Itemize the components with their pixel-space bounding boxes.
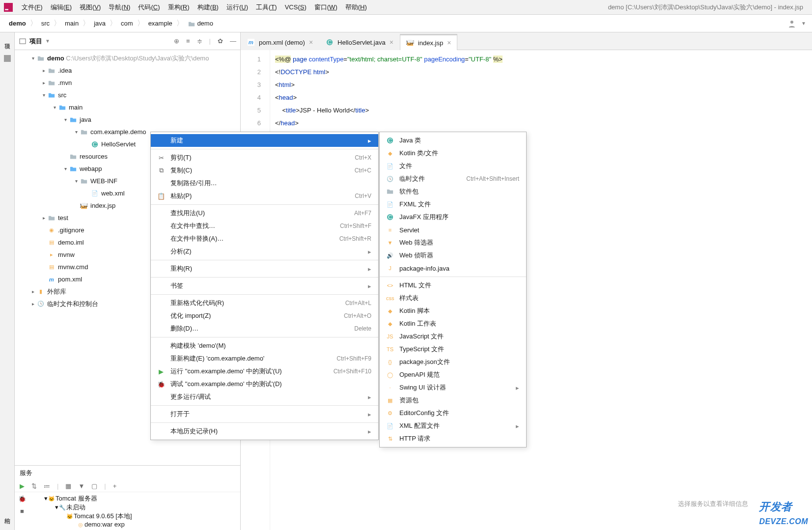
new-submenu[interactable]: Java 类◆Kotlin 类/文件📄文件🕓临时文件Ctrl+Alt+Shift… [379,132,527,447]
menu-编辑[interactable]: 编辑(E) [47,1,76,13]
ctx-分析(Z)[interactable]: 分析(Z)▸ [151,245,378,258]
new-Servlet[interactable]: ≡Servlet [380,223,526,236]
crumb-java[interactable]: java [91,19,109,28]
tree-node-main[interactable]: ▾main [15,101,240,113]
menu-重构[interactable]: 重构(R) [164,1,194,13]
tree-node-.idea[interactable]: ▸.idea [15,64,240,77]
bug-icon[interactable]: 🐞 [18,495,26,502]
ctx-重构(R)[interactable]: 重构(R)▸ [151,262,378,275]
ctx-重新构建(E) 'com.example.demo'[interactable]: 重新构建(E) 'com.example.demo'Ctrl+Shift+F9 [151,352,378,365]
ctx-构建模块 'demo'(M)[interactable]: 构建模块 'demo'(M) [151,339,378,352]
tree-node-java[interactable]: ▾java [15,113,240,126]
flat-view-icon[interactable]: ≔ [44,482,50,490]
ctx-在文件中查找…[interactable]: 在文件中查找…Ctrl+Shift+F [151,220,378,232]
gutter-project-tab[interactable]: 项目 [1,35,13,52]
add-icon[interactable]: + [113,482,117,490]
new-Kotlin 工作表[interactable]: ◆Kotlin 工作表 [380,317,526,330]
new-XML 配置文件[interactable]: 📄XML 配置文件▸ [380,419,526,432]
menu-导航[interactable]: 导航(N) [105,1,134,13]
menu-代码[interactable]: 代码(C) [134,1,164,13]
new-HTML 文件[interactable]: <>HTML 文件 [380,279,526,292]
new-样式表[interactable]: css样式表 [380,292,526,305]
close-icon[interactable]: × [390,38,393,46]
stop-icon[interactable]: ■ [20,507,24,515]
context-menu[interactable]: 新建▸✂剪切(T)Ctrl+X⧉复制(C)Ctrl+C复制路径/引用…📋粘贴(P… [150,132,379,440]
new-JavaScript 文件[interactable]: JSJavaScript 文件 [380,330,526,343]
services-tree[interactable]: ▾🐱Tomcat 服务器▾🔧未启动 🐱Tomcat 9.0.65 [本地] ◎d… [29,492,240,530]
tree-node-Tomcat 服务器[interactable]: ▾🐱Tomcat 服务器 [29,494,240,503]
menu-帮助[interactable]: 帮助(H) [341,1,371,13]
tree-node-src[interactable]: ▾src [15,89,240,101]
new-JavaFX 应用程序[interactable]: JavaFX 应用程序 [380,211,526,223]
menu-构建[interactable]: 构建(B) [194,1,223,13]
ctx-查找用法(U)[interactable]: 查找用法(U)Alt+F7 [151,207,378,220]
tree-node-未启动[interactable]: ▾🔧未启动 [29,503,240,512]
new-Kotlin 脚本[interactable]: ◆Kotlin 脚本 [380,305,526,317]
ctx-书签[interactable]: 书签▸ [151,279,378,292]
new-临时文件[interactable]: 🕓临时文件Ctrl+Alt+Shift+Insert [380,172,526,185]
new-EditorConfig 文件[interactable]: ⚙EditorConfig 文件 [380,407,526,419]
new-Web 筛选器[interactable]: ▼Web 筛选器 [380,236,526,249]
ctx-粘贴(P)[interactable]: 📋粘贴(P)Ctrl+V [151,190,378,202]
ctx-优化 import(Z)[interactable]: 优化 import(Z)Ctrl+Alt+O [151,309,378,322]
new-文件[interactable]: 📄文件 [380,160,526,172]
gutter-structure-tab[interactable]: 结构 [1,510,13,526]
new-FXML 文件[interactable]: 📄FXML 文件 [380,198,526,211]
run-icon[interactable]: ▶ [20,482,25,490]
expand-all-icon[interactable]: ≡ [186,37,190,45]
crumb-com[interactable]: com [118,19,136,28]
new-Kotlin 类/文件[interactable]: ◆Kotlin 类/文件 [380,147,526,160]
tab-HelloServlet.java[interactable]: HelloServlet.java× [319,34,400,50]
group-icon[interactable]: ▦ [65,482,71,490]
new-资源包[interactable]: ▦资源包 [380,394,526,407]
filter-icon[interactable]: ▼ [78,482,84,490]
ctx-删除(D)…[interactable]: 删除(D)…Delete [151,322,378,335]
menu-工具[interactable]: 工具(T) [252,1,281,13]
ctx-更多运行/调试[interactable]: 更多运行/调试▸ [151,391,378,403]
tree-node-Tomcat 9.0.65[interactable]: 🐱Tomcat 9.0.65 [本地] [29,512,240,521]
new-HTTP 请求[interactable]: ⇅HTTP 请求 [380,432,526,445]
crumb-example[interactable]: example [145,19,175,28]
settings-icon[interactable]: ✿ [218,37,223,45]
menu-VCS[interactable]: VCS(S) [281,1,310,13]
ctx-新建[interactable]: 新建▸ [151,134,378,147]
crumb-demo[interactable]: demo [6,19,29,28]
menu-文件[interactable]: 文件(F) [18,1,47,13]
tab-pom.xml (demo)[interactable]: pom.xml (demo)× [241,34,319,50]
tab-index.jsp[interactable]: index.jsp× [400,34,458,50]
menu-窗口[interactable]: 窗口(W) [310,1,341,13]
menu-运行[interactable]: 运行(U) [223,1,252,13]
ctx-在文件中替换(A)…[interactable]: 在文件中替换(A)…Ctrl+Shift+R [151,232,378,245]
close-icon[interactable]: × [447,39,451,47]
new-Web 侦听器[interactable]: 🔊Web 侦听器 [380,249,526,262]
ctx-复制路径/引用…[interactable]: 复制路径/引用… [151,177,378,190]
new-TypeScript 文件[interactable]: TSTypeScript 文件 [380,343,526,356]
ctx-运行 ''com.example.demo' 中的测试'(U)[interactable]: ▶运行 ''com.example.demo' 中的测试'(U)Ctrl+Shi… [151,365,378,378]
ctx-本地历史记录(H)[interactable]: 本地历史记录(H)▸ [151,425,378,438]
close-icon[interactable]: × [309,38,313,46]
crumb-main[interactable]: main [62,19,82,28]
new-软件包[interactable]: 软件包 [380,185,526,198]
locate-icon[interactable]: ⊕ [174,37,179,45]
tree-node-demo[interactable]: ▾demo C:\Users\刘沛淇\Desktop\Study\Java\实验… [15,52,240,64]
bookmark-icon[interactable]: ▢ [91,482,97,490]
tree-view-icon[interactable]: ⇅ [31,482,37,490]
project-panel-title[interactable]: 项目 ▼ [19,37,50,46]
ctx-打开于[interactable]: 打开于▸ [151,408,378,420]
new-Swing UI 设计器[interactable]: ·Swing UI 设计器▸ [380,381,526,394]
collapse-all-icon[interactable]: ≑ [197,37,202,45]
new-Java 类[interactable]: Java 类 [380,134,526,147]
crumb-src[interactable]: src [38,19,53,28]
crumb-demo[interactable]: demo [185,19,216,28]
ctx-重新格式化代码(R)[interactable]: 重新格式化代码(R)Ctrl+Alt+L [151,297,378,309]
tree-node-demo:war exp[interactable]: ◎demo:war exp [29,521,240,528]
new-package-info.java[interactable]: Jpackage-info.java [380,262,526,275]
menu-视图[interactable]: 视图(V) [76,1,105,13]
user-icon[interactable] [787,19,796,28]
ctx-剪切(T)[interactable]: ✂剪切(T)Ctrl+X [151,151,378,164]
ctx-调试 ''com.example.demo' 中的测试'(D)[interactable]: 🐞调试 ''com.example.demo' 中的测试'(D) [151,378,378,391]
ctx-复制(C)[interactable]: ⧉复制(C)Ctrl+C [151,164,378,177]
new-package.json文件[interactable]: {}package.json文件 [380,356,526,368]
new-OpenAPI 规范[interactable]: ◯OpenAPI 规范 [380,368,526,381]
tree-node-.mvn[interactable]: ▸.mvn [15,77,240,89]
